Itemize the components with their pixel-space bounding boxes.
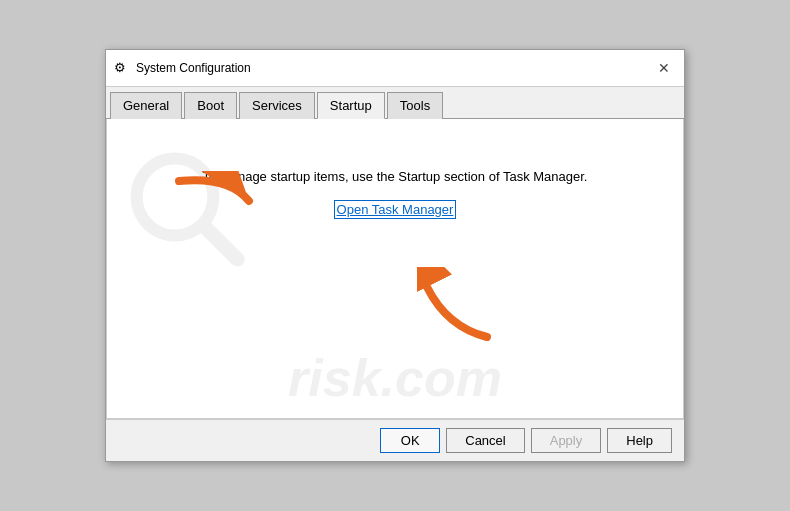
tab-boot[interactable]: Boot [184,92,237,119]
title-bar: ⚙ System Configuration ✕ [106,50,684,87]
tab-general[interactable]: General [110,92,182,119]
close-button[interactable]: ✕ [652,56,676,80]
apply-button[interactable]: Apply [531,428,602,453]
tab-startup[interactable]: Startup [317,92,385,119]
footer: OK Cancel Apply Help [106,419,684,461]
watermark: risk.com [107,119,683,418]
help-button[interactable]: Help [607,428,672,453]
window-icon: ⚙ [114,60,130,76]
cancel-button[interactable]: Cancel [446,428,524,453]
arrow-to-link [417,267,497,350]
content-area: risk.com To manage startup items, use th… [106,119,684,419]
ok-button[interactable]: OK [380,428,440,453]
svg-line-1 [204,226,238,260]
window-title: System Configuration [136,61,251,75]
tab-tools[interactable]: Tools [387,92,443,119]
startup-description: To manage startup items, use the Startup… [127,169,663,184]
open-task-manager-link[interactable]: Open Task Manager [334,200,457,219]
title-bar-left: ⚙ System Configuration [114,60,251,76]
system-configuration-window: ⚙ System Configuration ✕ General Boot Se… [105,49,685,462]
tab-bar: General Boot Services Startup Tools [106,87,684,119]
tab-services[interactable]: Services [239,92,315,119]
